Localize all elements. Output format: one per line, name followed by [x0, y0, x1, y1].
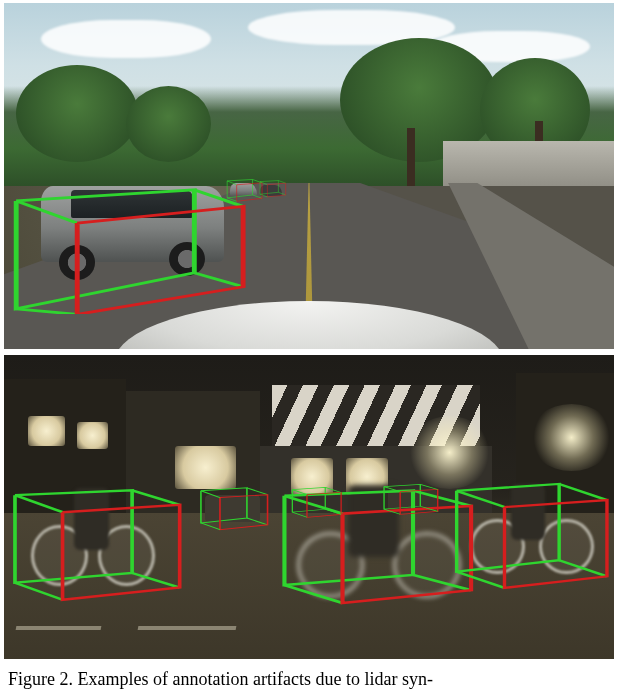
street-scene-night	[4, 355, 614, 659]
cyclist	[468, 489, 602, 574]
cyclist	[28, 495, 162, 586]
figure-label: Figure 2.	[8, 669, 73, 689]
figure-caption: Figure 2. Examples of annotation artifac…	[8, 668, 610, 691]
cyclist	[297, 495, 468, 598]
figure-2: Figure 2. Examples of annotation artifac…	[0, 0, 618, 691]
figure-panel-bottom	[4, 355, 614, 659]
figure-panel-top	[4, 3, 614, 349]
street-scene-day	[4, 3, 614, 349]
figure-caption-text: Examples of annotation artifacts due to …	[78, 669, 433, 689]
